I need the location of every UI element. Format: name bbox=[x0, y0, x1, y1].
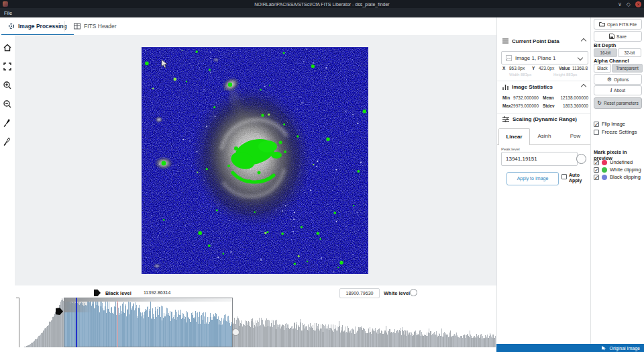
point-value: 11368.8 bbox=[572, 66, 588, 71]
about-button[interactable]: i About bbox=[594, 85, 642, 95]
alpha-transparent[interactable]: Transparent bbox=[612, 64, 643, 73]
section-title: Scaling (Dynamic Range) bbox=[513, 116, 577, 122]
scaling-header[interactable]: Scaling (Dynamic Range) bbox=[502, 114, 586, 124]
fit-view-icon[interactable] bbox=[3, 62, 12, 71]
undefined-color-dot bbox=[602, 160, 607, 165]
height-note: Height 883px bbox=[553, 73, 577, 77]
galaxy-image bbox=[142, 48, 368, 273]
alpha-black[interactable]: Black bbox=[594, 64, 611, 73]
image-preview[interactable] bbox=[142, 48, 368, 273]
button-label: Open FITS File bbox=[607, 22, 637, 27]
black-clipping-checkbox[interactable]: ✓ bbox=[594, 175, 599, 180]
save-button[interactable]: Save bbox=[594, 31, 642, 42]
stdev-label: Stdev bbox=[543, 103, 555, 108]
mark-black-clipping-row[interactable]: ✓ Black clipping bbox=[594, 174, 641, 180]
max-label: Max bbox=[502, 103, 511, 108]
bit-depth-16[interactable]: 16-bit bbox=[594, 48, 617, 57]
level-row: Black level 11392.86314 18900.79630 Whit… bbox=[0, 287, 496, 298]
white-level-picker-icon[interactable] bbox=[3, 137, 12, 146]
image-statistics-header[interactable]: Image Statistics bbox=[502, 82, 586, 91]
bit-depth-32[interactable]: 32-bit bbox=[618, 48, 641, 57]
sliders-icon bbox=[502, 116, 509, 122]
zoom-in-icon[interactable] bbox=[3, 81, 12, 90]
point-data-row: X 863.0px Y 423.0px Value 11368.8 bbox=[497, 66, 591, 73]
peak-level-line[interactable] bbox=[76, 298, 77, 347]
y-label: Y bbox=[532, 66, 535, 71]
preview-area bbox=[15, 35, 496, 286]
open-fits-file-button[interactable]: Open FITS File bbox=[594, 19, 642, 30]
title-bar[interactable]: NOIRLab/IPAC/ESA/STScI/CfA FITS Liberato… bbox=[0, 0, 644, 8]
processing-panel: Current Point Data Image 1, Plane 1 X 86… bbox=[496, 17, 591, 344]
white-level-value[interactable]: 18900.79630 bbox=[339, 288, 380, 298]
mark-white-clipping-row[interactable]: ✓ White clipping bbox=[594, 167, 641, 173]
black-level-marker-icon bbox=[94, 290, 101, 296]
peak-level-value: 13941.19151 bbox=[506, 156, 537, 162]
image-size-row: Width 883px Height 883px bbox=[497, 73, 591, 79]
black-level-picker-icon[interactable] bbox=[3, 118, 12, 128]
apply-to-image-button[interactable]: Apply to Image bbox=[506, 172, 559, 185]
bar-chart-icon bbox=[502, 84, 508, 90]
histogram-plot[interactable] bbox=[0, 298, 496, 347]
button-label: Reset parameters bbox=[604, 101, 639, 105]
section-title: Current Point Data bbox=[512, 38, 559, 44]
list-icon bbox=[502, 38, 508, 44]
plane-selector[interactable]: Image 1, Plane 1 bbox=[501, 51, 588, 64]
info-icon: i bbox=[610, 87, 612, 93]
processing-icon bbox=[8, 23, 15, 30]
stdev-value: 1803.360000 bbox=[556, 103, 588, 108]
zoom-out-icon[interactable] bbox=[3, 99, 12, 109]
gear-icon: ⚙ bbox=[607, 77, 612, 83]
histogram-section: Black level 11392.86314 18900.79630 Whit… bbox=[0, 285, 496, 352]
white-level-label: White level bbox=[384, 290, 410, 296]
peak-picker-knob[interactable] bbox=[576, 154, 586, 164]
table-icon bbox=[74, 23, 80, 30]
auto-apply[interactable]: Auto Apply bbox=[561, 173, 585, 183]
home-icon[interactable] bbox=[3, 43, 12, 52]
x-value: 863.0px bbox=[509, 66, 525, 71]
mouse-cursor bbox=[161, 59, 168, 69]
auto-apply-checkbox[interactable] bbox=[561, 174, 567, 179]
freeze-settings-checkbox[interactable] bbox=[594, 130, 599, 135]
mean-level-line bbox=[117, 301, 118, 347]
x-label: X bbox=[502, 66, 505, 71]
undefined-checkbox[interactable]: ✓ bbox=[594, 160, 599, 165]
collapse-icon[interactable] bbox=[581, 38, 586, 44]
white-level-handle[interactable] bbox=[232, 328, 239, 336]
maximize-icon[interactable]: ◇ bbox=[627, 1, 631, 7]
faint-star bbox=[155, 116, 163, 123]
axis-tick bbox=[16, 298, 19, 298]
window-title: NOIRLab/IPAC/ESA/STScI/CfA FITS Liberato… bbox=[0, 2, 644, 7]
tab-linear[interactable]: Linear bbox=[498, 128, 530, 145]
current-point-data-header[interactable]: Current Point Data bbox=[502, 36, 586, 46]
tab-asinh[interactable]: Asinh bbox=[529, 128, 559, 144]
white-clipping-checkbox[interactable]: ✓ bbox=[594, 167, 599, 173]
tab-image-processing[interactable]: Image Processing bbox=[1, 17, 74, 36]
button-label: About bbox=[614, 88, 625, 93]
minimize-icon[interactable]: ∨ bbox=[618, 1, 622, 7]
menu-file[interactable]: File bbox=[4, 10, 12, 16]
flip-image-row[interactable]: ✓ Flip Image bbox=[594, 121, 625, 127]
options-button[interactable]: ⚙ Options bbox=[594, 74, 642, 85]
white-clipping-label: White clipping bbox=[610, 167, 641, 173]
black-clipping-label: Black clipping bbox=[610, 174, 641, 180]
flip-image-checkbox[interactable]: ✓ bbox=[594, 122, 599, 127]
flip-image-label: Flip Image bbox=[602, 121, 625, 127]
fits-liberator-window: NOIRLab/IPAC/ESA/STScI/CfA FITS Liberato… bbox=[0, 0, 644, 352]
black-level-value[interactable]: 11392.86314 bbox=[144, 290, 170, 295]
tab-fits-header[interactable]: FITS Header bbox=[67, 17, 123, 34]
white-level-marker-icon bbox=[410, 289, 417, 296]
mark-undefined-row[interactable]: ✓ Undefined bbox=[594, 159, 633, 165]
peak-level-input[interactable]: 13941.19151 bbox=[501, 152, 578, 166]
gray-peak-shade bbox=[64, 302, 93, 312]
bit-depth-label: Bit Depth bbox=[594, 42, 616, 48]
freeze-settings-row[interactable]: Freeze Settings bbox=[594, 129, 637, 135]
chevron-down-icon bbox=[578, 55, 583, 60]
tab-pow[interactable]: Pow bbox=[560, 128, 590, 144]
reset-parameters-button[interactable]: ↻ Reset parameters bbox=[594, 97, 642, 109]
mean-value: 12138.000000 bbox=[556, 95, 588, 100]
value-label: Value bbox=[559, 66, 570, 71]
folder-icon bbox=[599, 21, 605, 27]
collapse-icon[interactable] bbox=[581, 84, 586, 89]
scaling-tabs: Linear Asinh Pow bbox=[497, 128, 591, 145]
close-icon[interactable]: × bbox=[635, 1, 641, 7]
